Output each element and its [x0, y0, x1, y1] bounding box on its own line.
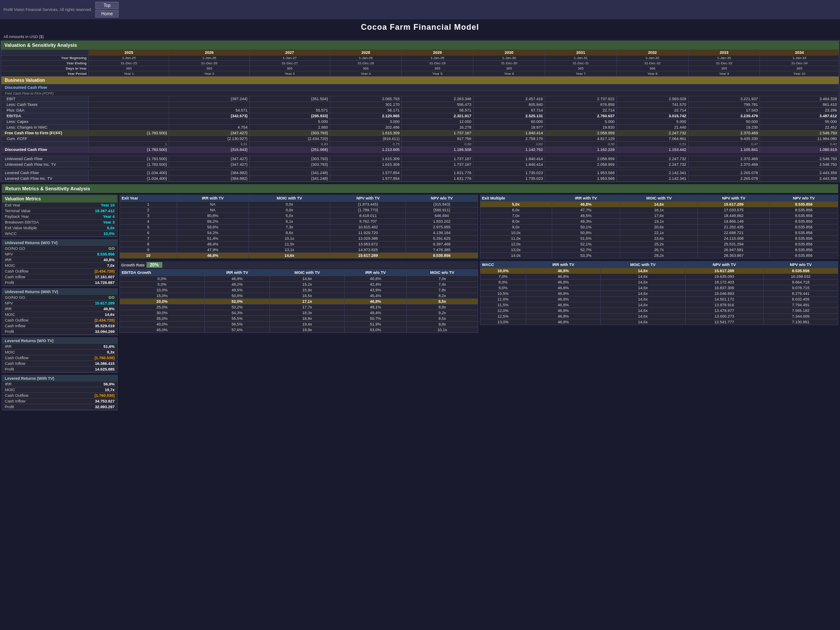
wacc-cell: 7,0% [480, 274, 526, 280]
exit-year-cell: 7 [120, 236, 177, 242]
moic-tv-cell: 0,0x [248, 202, 330, 207]
levered-tv-moic: MOIC 19,7x [2, 387, 117, 393]
wacc-sensitivity-section: WACC IRR with TV MOIC with TV NPV with T… [480, 261, 839, 334]
less-cash-taxes-row: Less: Cash Taxes 301.170556.473 605.8406… [1, 102, 839, 108]
irr-wo-cell: 50,7% [344, 316, 406, 322]
irr-tv-cell: 46,8% [526, 285, 600, 291]
irr-tv-cell: 55,5% [204, 316, 270, 322]
moic-tv-cell: 10,1x [248, 236, 330, 242]
unlevered-wo-tv-header: Unlevered Returns (W/O TV) [2, 240, 117, 246]
moic-tv-cell: 19,1x [620, 219, 697, 224]
growth-rate-label: Growth Rate [121, 263, 145, 267]
exit-year-row: Exit Year Year 10 [2, 203, 117, 208]
irr-tv-cell: 48,2% [204, 282, 270, 287]
irr-tv-cell: 54,2% [177, 230, 248, 236]
npv-wo-cell: 8.535.856 [770, 247, 838, 253]
moic-wo-cell: 8,8x [406, 304, 478, 310]
irr-tv-cell: 80,8% [177, 213, 248, 219]
npv-tv-cell: 24.115.008 [698, 236, 770, 242]
wacc-cell: 11,5% [480, 302, 526, 308]
npv-wo-cell: 8.535.856 [763, 268, 838, 274]
growth-rate-value: 20% [147, 262, 162, 268]
unlevered-tv-irr: IRR 46,8% [2, 306, 117, 312]
moic-tv-cell: 19,4x [270, 322, 344, 327]
moic-tv-cell: 23,6x [620, 236, 697, 242]
moic-wo-cell: 9,5x [406, 316, 478, 322]
npv-wo-cell: 646.694 [406, 213, 478, 219]
year-2034: 2034 [760, 50, 839, 56]
wacc-row: WACC 10,0% [2, 231, 117, 237]
wacc-table: WACC IRR with TV MOIC with TV NPV with T… [480, 261, 839, 325]
moic-tv-cell: 16,5x [270, 293, 344, 299]
dcf-header: Discounted Cash Flow [1, 84, 839, 91]
ebitda-growth-sensitivity-section: Growth Rate 20% EBITDA Growth IRR with T… [119, 261, 478, 334]
home-button[interactable]: Home [95, 10, 119, 18]
discount-factors-row: 1 0,91 0,83 0,75 0,68 0,62 0,56 0,51 0,4… [1, 142, 839, 147]
growth-cell: 10,0% [120, 287, 205, 293]
financial-table: 2025 2026 2027 2028 2029 2030 2031 2032 … [1, 49, 839, 182]
npv-wo-cell: 5.291.625 [406, 236, 478, 242]
exit-year-cell: 8 [120, 242, 177, 247]
page-title: Cocoa Farm Financial Model [0, 19, 840, 34]
npv-wo-cell: 8.032.455 [763, 297, 838, 302]
growth-cell: 5,0% [120, 282, 205, 287]
moic-tv-cell: 14,6x [601, 308, 685, 314]
npv-tv-cell: 18.172.403 [685, 280, 763, 285]
npv-wo-col-header: NPV w/o TV [406, 195, 478, 202]
growth-cell: 35,0% [120, 316, 205, 322]
moic-wo-cell: 9,2x [406, 310, 478, 316]
npv-wo-cell: 1.833.202 [406, 219, 478, 224]
npv-tv-cell: 13.029.388 [330, 236, 406, 242]
npv-wo-cell: 9.664.718 [763, 280, 838, 285]
irr-tv-cell: 47,7% [552, 207, 620, 213]
levered-wo-cash-inflow: Cash Inflow 16.386.415 [2, 361, 117, 367]
wacc-cell: 12,0% [480, 308, 526, 314]
npv-wo-cell: 8.535.856 [406, 253, 478, 259]
unlevered-wo-cash-inflow: Cash Inflow 17.161.607 [2, 274, 117, 280]
irr-wo-cell: 53,0% [344, 327, 406, 333]
irr-tv-cell: 51,5% [552, 236, 620, 242]
wacc-cell: 10,5% [480, 291, 526, 297]
npv-wo-cell: 6.397.468 [406, 242, 478, 247]
irr-tv-cell: 46,8% [526, 302, 600, 308]
year-period-row: Year Period Year 1Year 2 Year 3Year 4 Ye… [1, 71, 839, 77]
wacc-cell: 12,5% [480, 314, 526, 319]
exit-year-cell: 5 [120, 224, 177, 230]
npv-tv-cell: 19.635.093 [685, 274, 763, 280]
levered-tv-irr: IRR 56,9% [2, 382, 117, 387]
npv-tv-cell: 26.947.581 [698, 247, 770, 253]
moic-tv-cell: 14,6x [601, 297, 685, 302]
year-2027: 2027 [249, 50, 330, 56]
growth-cell: 0,0% [120, 276, 205, 282]
levered-with-tv-header: Levered Returns (With TV) [2, 375, 117, 382]
year-2031: 2031 [545, 50, 616, 56]
irr-tv-cell: 48,5% [552, 213, 620, 219]
irr-wo-cell: 42,4% [344, 282, 406, 287]
npv-tv-cell: 13.478.977 [685, 308, 763, 314]
irr-tv-cell: 52,7% [552, 247, 620, 253]
npv-tv-cell: 15.046.893 [685, 291, 763, 297]
moic-tv-cell: 14,6x [601, 291, 685, 297]
cum-fcff-row: Cum. FCFF (2.130.927)(2.434.720) (819.41… [1, 136, 839, 142]
top-button[interactable]: Top [95, 2, 119, 9]
less-capex-row: Less: Capex -5.000 3.00012.000 60.0005.0… [1, 119, 839, 125]
moic-wo-cell: 7,0x [406, 276, 478, 282]
unlevered-tv-cash-inflow: Cash Inflow 35.529.019 [2, 323, 117, 329]
irr-tv-cell: 58,6% [177, 224, 248, 230]
growth-cell: 25,0% [120, 304, 205, 310]
moic-tv-cell: 11,5x [248, 242, 330, 247]
irr-tv-cell: 50,8% [204, 293, 270, 299]
irr-tv-cell: 46,8% [526, 314, 600, 319]
irr-tv-cell: 54,3% [204, 310, 270, 316]
irr-wo-cell: 43,9% [344, 287, 406, 293]
growth-cell: 30,0% [120, 310, 205, 316]
irr-tv-cell: 46,8% [177, 253, 248, 259]
exit-multiple-cell: 5,0x [480, 202, 552, 207]
exit-year-cell: 2 [120, 207, 177, 213]
moic-tv-cell: 17,6x [620, 213, 697, 219]
year-2032: 2032 [616, 50, 688, 56]
npv-tv-col-header: NPV with TV [330, 195, 406, 202]
npv-tv-cell: 28.363.867 [698, 253, 770, 259]
valuation-metrics-panel: Valuation Metrics Exit Year Year 10 Term… [2, 195, 118, 237]
levered-tv-cash-inflow: Cash Inflow 34.753.827 [2, 399, 117, 404]
